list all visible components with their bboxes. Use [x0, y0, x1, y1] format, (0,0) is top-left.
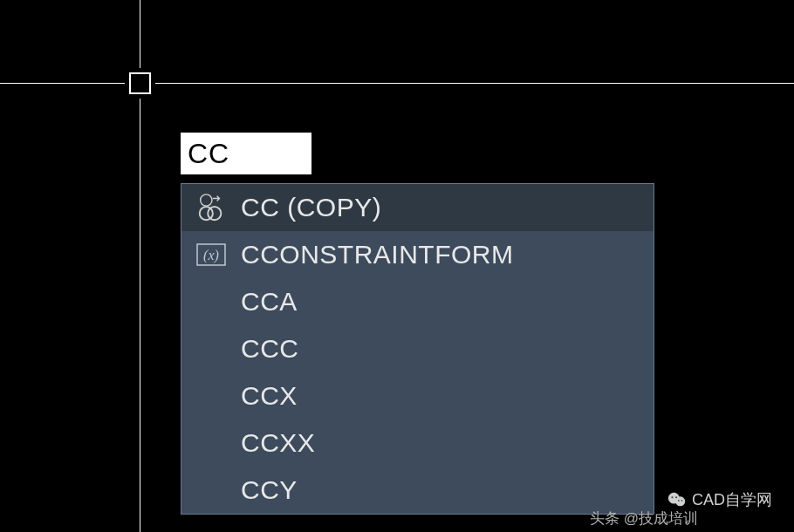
- empty-icon: [190, 379, 232, 413]
- autocomplete-item-label: CCX: [232, 381, 298, 411]
- copy-icon: [190, 190, 232, 225]
- autocomplete-item-label: CCC: [232, 334, 299, 364]
- autocomplete-item-label: CCXX: [232, 428, 315, 458]
- wechat-icon: [667, 490, 687, 509]
- svg-point-10: [681, 500, 683, 501]
- empty-icon: [190, 331, 232, 366]
- autocomplete-item-label: CCONSTRAINTFORM: [232, 240, 513, 269]
- watermark-brand: CAD自学网: [667, 489, 772, 510]
- crosshair-pickbox: [129, 72, 151, 94]
- autocomplete-item-label: CC (COPY): [232, 193, 381, 222]
- svg-text:(x): (x): [203, 248, 219, 263]
- crosshair-horizontal: [0, 83, 794, 84]
- svg-point-0: [201, 194, 212, 206]
- svg-point-7: [671, 496, 673, 498]
- autocomplete-item-cca[interactable]: CCA: [181, 278, 654, 325]
- autocomplete-item-label: CCY: [232, 475, 298, 505]
- svg-point-8: [675, 496, 677, 498]
- empty-icon: [190, 473, 232, 508]
- command-input[interactable]: [181, 133, 311, 174]
- autocomplete-item-ccy[interactable]: CCY: [181, 467, 654, 514]
- svg-point-2: [208, 207, 221, 220]
- watermark-attribution: 头条 @技成培训: [590, 508, 698, 529]
- autocomplete-item-ccc[interactable]: CCC: [181, 325, 654, 372]
- autocomplete-dropdown: CC (COPY) (x) CCONSTRAINTFORM CCA CCC CC…: [181, 183, 654, 515]
- autocomplete-item-ccx[interactable]: CCX: [181, 372, 654, 419]
- empty-icon: [190, 426, 232, 460]
- watermark-brand-text: CAD自学网: [692, 489, 772, 510]
- autocomplete-item-label: CCA: [232, 287, 298, 317]
- svg-point-9: [678, 500, 680, 501]
- autocomplete-item-ccxx[interactable]: CCXX: [181, 419, 654, 467]
- autocomplete-item-cconstraintform[interactable]: (x) CCONSTRAINTFORM: [181, 231, 654, 278]
- empty-icon: [190, 284, 232, 319]
- variable-icon: (x): [190, 237, 232, 272]
- autocomplete-item-cc-copy[interactable]: CC (COPY): [181, 184, 654, 231]
